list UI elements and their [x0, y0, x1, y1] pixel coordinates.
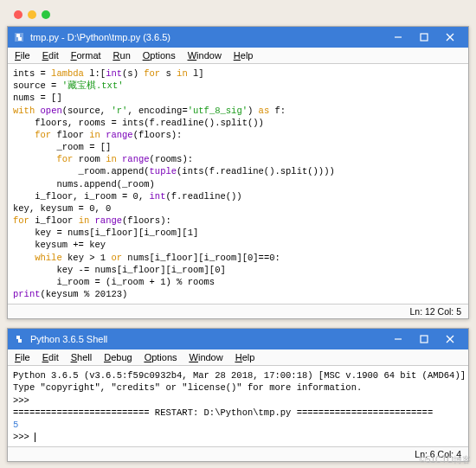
menu-edit[interactable]: Edit [42, 352, 59, 362]
menu-shell[interactable]: Shell [71, 352, 92, 362]
shell-title: Python 3.6.5 Shell [30, 334, 385, 344]
minimize-button[interactable] [385, 28, 411, 47]
editor-statusbar: Ln: 12 Col: 5 [8, 304, 468, 318]
svg-rect-6 [421, 336, 428, 343]
minimize-button[interactable] [385, 330, 411, 349]
menu-format[interactable]: Format [71, 50, 101, 61]
close-button[interactable] [437, 330, 463, 349]
maximize-button[interactable] [411, 28, 437, 47]
shell-window: Python 3.6.5 Shell FileEditShellDebugOpt… [7, 328, 469, 462]
menu-options[interactable]: Options [145, 352, 177, 362]
menu-options[interactable]: Options [143, 50, 176, 61]
window-buttons [385, 330, 463, 349]
shell-statusbar: Ln: 6 Col: 4 [8, 446, 468, 461]
window-buttons [385, 28, 463, 47]
menu-edit[interactable]: Edit [42, 50, 59, 61]
menu-help[interactable]: Help [234, 50, 254, 61]
mac-traffic-lights [7, 7, 469, 26]
maximize-button[interactable] [411, 330, 437, 349]
python-file-icon [13, 31, 25, 43]
shell-menubar: FileEditShellDebugOptionsWindowHelp [8, 349, 468, 366]
shell-titlebar[interactable]: Python 3.6.5 Shell [8, 329, 468, 349]
menu-file[interactable]: File [15, 50, 30, 61]
menu-window[interactable]: Window [188, 50, 222, 61]
menu-window[interactable]: Window [190, 352, 223, 362]
close-button[interactable] [437, 28, 463, 47]
editor-window: tmp.py - D:\Python\tmp.py (3.6.5) FileEd… [7, 26, 469, 319]
menu-debug[interactable]: Debug [104, 352, 132, 362]
menu-help[interactable]: Help [235, 352, 255, 362]
watermark: ©51CTO博客 [420, 454, 471, 466]
shell-output-area[interactable]: Python 3.6.5 (v3.6.5:f59c0932b4, Mar 28 … [8, 366, 468, 446]
editor-code-area[interactable]: ints = lambda l:[int(s) for s in l] sour… [8, 64, 468, 304]
editor-title: tmp.py - D:\Python\tmp.py (3.6.5) [30, 32, 385, 42]
menu-file[interactable]: File [15, 352, 30, 362]
min-dot-icon [28, 10, 36, 19]
python-shell-icon [13, 333, 25, 345]
svg-rect-2 [421, 34, 428, 41]
editor-menubar: FileEditFormatRunOptionsWindowHelp [8, 48, 468, 64]
menu-run[interactable]: Run [113, 50, 131, 61]
close-dot-icon [14, 10, 23, 19]
max-dot-icon [42, 10, 50, 19]
editor-titlebar[interactable]: tmp.py - D:\Python\tmp.py (3.6.5) [8, 27, 468, 48]
